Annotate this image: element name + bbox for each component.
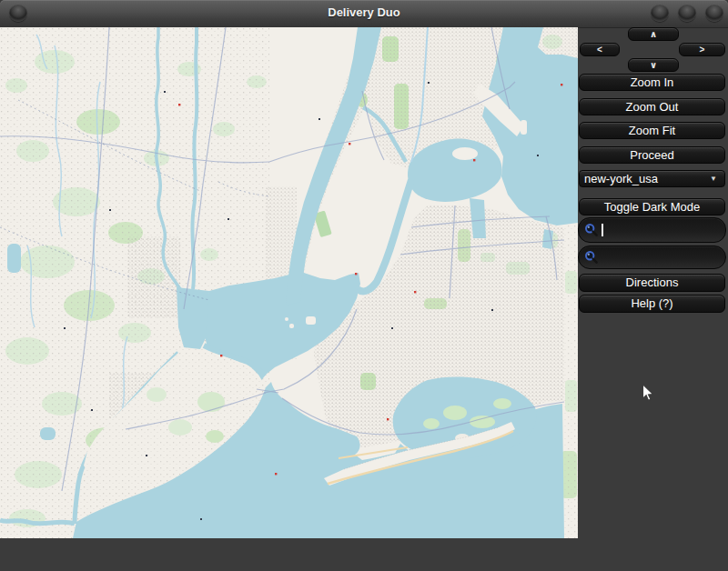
map-select-value: new-york_usa <box>584 171 710 186</box>
search-field-top[interactable] <box>578 217 726 243</box>
window-title: Delivery Duo <box>0 5 728 19</box>
chevron-right-icon: > <box>700 45 705 55</box>
map-viewport[interactable] <box>0 27 578 538</box>
search-icon <box>584 223 599 237</box>
directions-button[interactable]: Directions <box>579 274 725 292</box>
chevron-left-icon: < <box>597 45 602 55</box>
proceed-button[interactable]: Proceed <box>579 146 725 164</box>
close-icon[interactable] <box>705 4 723 22</box>
zoom-out-button[interactable]: Zoom Out <box>579 98 725 115</box>
sidebar: ∧ < > ∨ Zoom In Zoom Out Zoom Fit Procee… <box>578 27 728 571</box>
app-window: { "window": { "title": "Delivery Duo", "… <box>0 0 728 571</box>
chevron-down-icon: ∨ <box>650 60 657 70</box>
minimize-icon[interactable] <box>651 4 669 22</box>
titlebar[interactable]: Delivery Duo <box>0 0 728 28</box>
zoom-in-button[interactable]: Zoom In <box>579 74 725 91</box>
text-caret <box>602 224 603 236</box>
zoom-fit-button[interactable]: Zoom Fit <box>579 122 725 139</box>
search-field-bottom[interactable] <box>578 245 726 269</box>
pan-down-button[interactable]: ∨ <box>628 58 679 72</box>
toggle-dark-mode-button[interactable]: Toggle Dark Mode <box>579 198 725 215</box>
dropdown-caret-icon: ▼ <box>710 171 717 186</box>
search-input-bottom[interactable] <box>602 251 711 265</box>
search-input-top[interactable] <box>606 224 715 237</box>
search-icon <box>584 250 599 265</box>
map-canvas <box>0 27 578 538</box>
pan-up-button[interactable]: ∧ <box>628 27 679 41</box>
maximize-icon[interactable] <box>678 4 696 22</box>
chevron-up-icon: ∧ <box>650 29 657 39</box>
map-select-dropdown[interactable]: new-york_usa ▼ <box>579 170 725 187</box>
pan-left-button[interactable]: < <box>580 43 620 56</box>
help-button[interactable]: Help (?) <box>579 295 725 313</box>
pan-right-button[interactable]: > <box>679 43 725 56</box>
